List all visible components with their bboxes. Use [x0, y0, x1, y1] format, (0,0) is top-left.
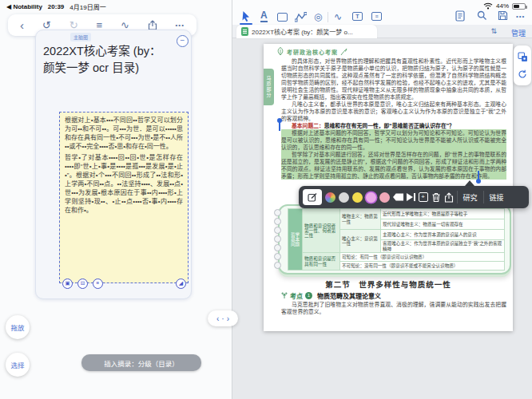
page-brand-header: 考研政治核心考案 [276, 47, 347, 56]
save-icon[interactable] [498, 10, 508, 21]
text-highlight-tool-icon[interactable]: A [260, 10, 268, 22]
popup-caret [465, 180, 474, 186]
popup-divider [483, 191, 484, 203]
nav-back-icon[interactable]: ‹ [216, 314, 219, 323]
drag-drop-button[interactable]: 拖放 [6, 315, 30, 339]
hand-select-tool-icon[interactable] [240, 10, 252, 22]
more-icon[interactable]: ••• [176, 22, 185, 29]
excerpt-popup-toolbar: + 研究 链接 [299, 186, 529, 208]
spiral-ring [274, 227, 281, 234]
spiral-ring [274, 218, 281, 225]
battery-icon [512, 3, 526, 10]
key-point-line: 考点 1 物质范畴及其理论意义 [281, 291, 381, 300]
table-cell: 主观唯心主义：作为世界本源的意识是人的意识 [381, 230, 504, 239]
excerpt-note-paragraph: 根据对上•基本•••不同回••哲学又可以划分为可••和不可••。可•••为世．是… [65, 116, 183, 151]
polygon-select-tool-icon[interactable] [295, 12, 307, 22]
battery-percent: 44% [496, 2, 509, 10]
link-button[interactable]: 链接 [487, 192, 506, 203]
philosophy-question-table: 哲学基本问题 物质和意识何者第一性、何者第二性 唯物主义：物质第一性 近代形而上… [288, 208, 505, 271]
table-cell: 不可知论：没有同一性（即意识不能或不能完全认识物质） [340, 262, 504, 270]
collapse-node-button[interactable]: − [177, 35, 189, 47]
textbox-tool-icon[interactable]: T [352, 12, 363, 21]
layered-pages-icon[interactable] [518, 52, 528, 62]
share-excerpt-button[interactable] [444, 192, 454, 203]
document-tab-title: 2022XT核心考案 (by：颜笑一梦 o... [252, 27, 353, 36]
mindmap-card-title[interactable]: 2022XT核心考案 (by：颜笑一梦 ocr 目录) [43, 43, 168, 77]
page-navigation-pill[interactable]: ‹ · › [208, 310, 238, 326]
excerpt-note-card[interactable]: 根据对上•基本•••不同回••哲学又可以划分为可••和不可••。可•••为世．是… [59, 112, 189, 283]
spiral-ring [274, 244, 281, 251]
panel-divider [232, 0, 232, 399]
key-point-body: 马克思批判了旧唯物主义对物质世界直观、消极的理解，强调要从能动的实践出发去把握客… [281, 301, 506, 315]
table-group-cell: 物质和意识何者第一性、何者第二性 [303, 209, 339, 252]
highlighted-paragraph[interactable]: 根据对上述基本问题的不同回答，哲学又可以划分为可知论和不可知论。可知论认为世界是… [281, 129, 506, 151]
key-point-title: 物质范畴及其理论意义 [317, 291, 381, 300]
research-button[interactable]: 研究 [461, 192, 480, 203]
stamp-tool-icon[interactable]: ◎ [314, 10, 322, 23]
question-line: 基本问题二：思维和存在有无同一性，即“思维能否正确认识存在”？ [281, 122, 506, 129]
note-comment-handle[interactable]: ▣ [62, 279, 73, 289]
selection-end-pin[interactable] [478, 171, 479, 180]
mindmap-card-tag: 主脑图 [70, 33, 91, 41]
chapter-margin-tab[interactable]: 马原部分 [264, 69, 274, 105]
flag-pointer-button[interactable] [407, 193, 415, 201]
color-palette-button[interactable] [325, 192, 335, 203]
back-triangle-icon: ◀ [6, 3, 11, 10]
search-icon[interactable] [477, 10, 487, 21]
table-cell: 客观唯心主义：作为世界本原的意识是独立于“我”之外的客观精神 [381, 240, 504, 252]
manage-tabs-link[interactable]: 管理 [511, 28, 526, 38]
toolbar-divider [328, 12, 328, 22]
spiral-ring [274, 262, 281, 269]
rectangle-select-tool-icon[interactable] [277, 13, 288, 22]
page-body-text: 的具体形态，对世界物质性的理解和把握具有直观性和朴素性。近代形而上学唯物主义根据… [281, 57, 506, 180]
table-sub-cell: 唯物主义：物质第一性 [340, 209, 380, 229]
right-floating-panel [514, 45, 531, 85]
body-paragraph: 凡唯心主义者，都承认世界的本原是意识，唯心主义归结起来有两种基本形态。主观唯心主… [281, 101, 506, 122]
body-paragraph: 的具体形态，对世界物质性的理解和把握具有直观性和朴素性。近代形而上学唯物主义根据… [281, 57, 506, 101]
marginnote-app-window: ◀ Notability 20:39 4月19日周一 44% ‹ ↺ ↻ ≡ ∿… [0, 0, 532, 399]
document-tab[interactable]: 2022XT核心考案 (by：颜笑一梦 o... [236, 25, 377, 38]
spiral-ring [274, 209, 281, 216]
tag-button[interactable] [393, 193, 403, 201]
excerpt-card-tool-icon[interactable]: ≡ [371, 12, 382, 21]
table-cell: 现代辩证唯物主义：物质是一切客观存在 [381, 219, 504, 229]
spiral-ring [274, 253, 281, 260]
table-sub-cell: 唯心主义：意识第一性 [340, 230, 380, 252]
document-file-icon [241, 27, 248, 36]
back-to-app-indicator[interactable]: ◀ Notability [6, 3, 42, 10]
more-options-icon[interactable]: ••• [516, 10, 525, 23]
document-tab-bar: 2022XT核心考案 (by：颜笑一梦 o... ⇅ 管理 [232, 25, 532, 38]
nav-forward-icon[interactable]: › [227, 314, 229, 323]
yellow-highlight-button[interactable] [352, 192, 363, 203]
excerpt-note-paragraph: 哲学•了对基本••••回••回•世•是怎样存在••••即“世•上•事•是••••… [65, 153, 183, 215]
table-header-cell: 哲学基本问题 [288, 209, 302, 270]
copy-add-button[interactable]: + [419, 192, 428, 202]
purple-highlight-button[interactable] [366, 192, 376, 203]
key-point-number-badge: 1 [305, 292, 312, 299]
status-time: 20:39 [48, 3, 64, 10]
delete-excerpt-button[interactable] [431, 192, 441, 203]
note-list-handle[interactable]: ≡ [93, 279, 103, 289]
insert-excerpt-button[interactable]: 插入摘录：分级（目录） [81, 354, 201, 371]
edit-excerpt-button[interactable] [303, 189, 322, 205]
popup-divider [457, 191, 458, 203]
select-mode-button[interactable]: 选择 [6, 353, 30, 377]
note-merge-handle[interactable]: ⊟ [77, 279, 88, 289]
sync-refresh-icon[interactable] [518, 69, 527, 79]
tab-sort-icon[interactable]: ⇅ [490, 27, 497, 35]
table-cell: 可知论：有同一性（即意识可以认识物质） [340, 253, 504, 261]
document-outline-icon[interactable] [455, 10, 465, 22]
question-label: 基本问题二： [292, 123, 324, 128]
selection-start-pin[interactable] [279, 122, 280, 131]
note-resize-handle[interactable]: ◢ [176, 279, 186, 289]
highlighted-paragraph[interactable]: 哲学除了对基本问题进行回答，还将对世界是怎样存在的问题，即“世界上的事物是联系的… [281, 151, 506, 180]
handwriting-tool-icon[interactable]: ∿ [334, 10, 342, 23]
pink-highlight-button[interactable] [379, 192, 390, 203]
table-cell: 近代形而上学唯物主义：物质是原子等粒子 [381, 209, 504, 219]
status-date: 4月19日周一 [69, 2, 105, 11]
wifi-icon [483, 2, 493, 10]
nav-dot-icon: · [221, 314, 224, 323]
back-chevron-icon[interactable]: ‹ [20, 19, 24, 31]
gray-highlight-button[interactable] [339, 192, 349, 203]
key-point-label: 考点 [290, 291, 303, 300]
